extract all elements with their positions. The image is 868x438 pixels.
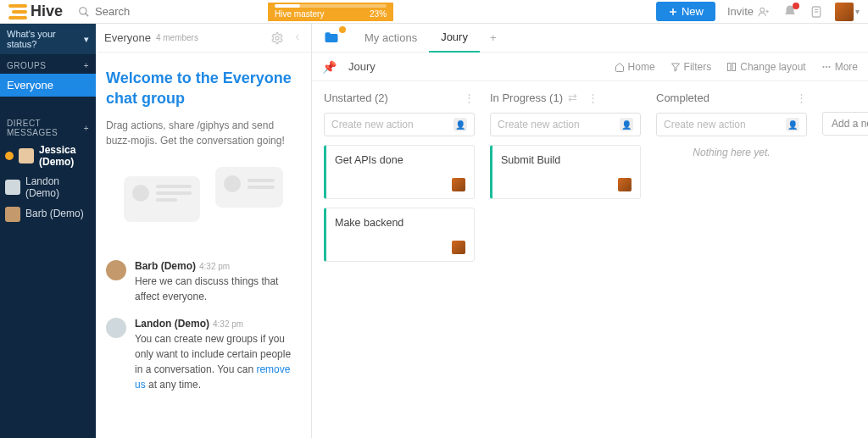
tab-joury[interactable]: Joury — [429, 24, 480, 53]
home-button[interactable]: Home — [615, 61, 655, 73]
notifications-button[interactable] — [782, 4, 798, 19]
add-tab-button[interactable]: + — [480, 31, 507, 44]
toolbar-label: Filters — [684, 61, 712, 73]
svg-rect-13 — [732, 63, 736, 70]
welcome-title: Welcome to the Everyone chat group — [106, 68, 301, 109]
search-input[interactable] — [95, 5, 222, 18]
column-title: Unstarted (2) — [324, 91, 388, 104]
board-tabs: My actions Joury + — [312, 24, 868, 53]
svg-rect-12 — [728, 63, 732, 70]
sidebar-group-everyone[interactable]: Everyone — [0, 74, 96, 97]
left-sidebar: What's your status? ▾ GROUPS + Everyone … — [0, 24, 96, 438]
tab-my-actions[interactable]: My actions — [353, 24, 429, 53]
user-menu[interactable]: ▾ — [835, 3, 860, 21]
card-assignee-avatar — [452, 241, 465, 254]
column-title: Completed — [656, 91, 709, 104]
board-toolbar: 📌 Joury Home Filters Change layout More — [312, 53, 868, 81]
action-card[interactable]: Submit Build — [490, 145, 641, 199]
svg-point-4 — [760, 8, 765, 12]
sidebar-item-label: Everyone — [7, 79, 53, 91]
add-group-button[interactable]: + — [84, 61, 89, 70]
user-avatar — [835, 3, 854, 21]
folder-notification-dot — [339, 26, 346, 33]
projects-folder-button[interactable] — [320, 30, 342, 47]
card-assignee-avatar — [618, 178, 632, 191]
column-in-progress: In Progress (1) ⇄ ⋮ Create new action 👤 … — [490, 91, 641, 428]
collapse-icon[interactable] — [292, 31, 303, 43]
column-menu-button[interactable]: ⋮ — [796, 91, 807, 104]
invite-link[interactable]: Invite — [727, 5, 771, 18]
svg-point-15 — [826, 66, 827, 68]
card-title: Get APIs done — [335, 154, 465, 166]
swap-icon[interactable]: ⇄ — [568, 91, 577, 104]
pin-icon[interactable]: 📌 — [322, 60, 337, 74]
assignee-icon[interactable]: 👤 — [453, 118, 467, 131]
svg-point-0 — [80, 7, 86, 14]
message-text: at any time. — [146, 379, 201, 391]
empty-state-text: Nothing here yet. — [656, 147, 807, 158]
board-area: My actions Joury + 📌 Joury Home Filters … — [312, 24, 868, 438]
groups-header: GROUPS + — [0, 54, 96, 74]
create-action-input[interactable]: Create new action 👤 — [656, 113, 807, 136]
dm-item-barb[interactable]: Barb (Demo) — [0, 203, 96, 225]
assignee-icon[interactable]: 👤 — [786, 118, 799, 131]
add-column-button[interactable]: Add a new — [822, 112, 868, 136]
chat-placeholder-illustration — [106, 160, 301, 238]
avatar — [106, 318, 126, 338]
action-card[interactable]: Make backend — [324, 208, 475, 262]
filters-button[interactable]: Filters — [670, 61, 712, 73]
dm-header-label: DIRECT MESSAGES — [7, 119, 84, 137]
avatar — [19, 148, 34, 164]
message-author: Landon (Demo) — [135, 318, 209, 330]
card-assignee-avatar — [452, 178, 465, 191]
dm-item-landon[interactable]: Landon (Demo) — [0, 172, 96, 203]
chat-members: 4 members — [156, 33, 198, 42]
chevron-down-icon: ▾ — [855, 7, 860, 16]
groups-header-label: GROUPS — [7, 61, 46, 70]
placeholder-text: Create new action — [331, 119, 414, 130]
add-column-label: Add a new — [832, 118, 868, 130]
search-wrap[interactable] — [78, 5, 239, 18]
mastery-badge[interactable]: Hive mastery 23% — [268, 3, 393, 21]
column-unstarted: Unstarted (2) ⋮ Create new action 👤 Get … — [324, 91, 475, 428]
layout-icon — [726, 62, 737, 72]
chat-message: Landon (Demo)4:32 pm You can create new … — [106, 316, 301, 392]
svg-point-10 — [275, 36, 279, 40]
mastery-label: Hive mastery — [275, 9, 324, 19]
dm-name: Barb (Demo) — [25, 208, 84, 219]
invite-label: Invite — [727, 5, 754, 18]
hive-logo-icon — [8, 4, 27, 19]
new-button[interactable]: New — [656, 2, 715, 21]
more-button[interactable]: More — [821, 61, 858, 73]
gear-icon[interactable] — [270, 31, 284, 45]
brand-name: Hive — [31, 3, 63, 20]
column-menu-button[interactable]: ⋮ — [587, 91, 598, 104]
column-menu-button[interactable]: ⋮ — [464, 91, 475, 104]
more-icon — [821, 62, 832, 72]
chat-header: Everyone 4 members — [96, 24, 311, 53]
create-action-input[interactable]: Create new action 👤 — [324, 113, 475, 136]
brand-logo[interactable]: Hive — [8, 3, 63, 20]
add-dm-button[interactable]: + — [84, 124, 89, 133]
svg-line-1 — [86, 13, 89, 16]
dm-name: Landon (Demo) — [25, 175, 91, 200]
change-layout-button[interactable]: Change layout — [726, 61, 805, 73]
board-name: Joury — [348, 60, 376, 73]
create-action-input[interactable]: Create new action 👤 — [490, 113, 641, 136]
welcome-text: Drag actions, share /giphys and send buz… — [106, 118, 301, 148]
notes-button[interactable] — [810, 4, 823, 19]
dm-item-jessica[interactable]: Jessica (Demo) — [0, 141, 96, 172]
column-title: In Progress (1) — [490, 91, 563, 104]
message-text: Here we can discuss things that affect e… — [135, 275, 278, 302]
assignee-icon[interactable]: 👤 — [620, 118, 633, 131]
chat-panel: Everyone 4 members Welcome to the Everyo… — [96, 24, 312, 438]
status-prompt-text: What's your status? — [7, 29, 84, 49]
dm-header: DIRECT MESSAGES + — [0, 112, 96, 141]
action-card[interactable]: Get APIs done — [324, 145, 475, 199]
mastery-bar — [275, 4, 387, 8]
card-title: Make backend — [335, 217, 465, 229]
toolbar-label: More — [835, 61, 858, 73]
board-columns: Unstarted (2) ⋮ Create new action 👤 Get … — [312, 81, 868, 438]
home-icon — [615, 62, 625, 72]
status-prompt[interactable]: What's your status? ▾ — [0, 24, 96, 54]
